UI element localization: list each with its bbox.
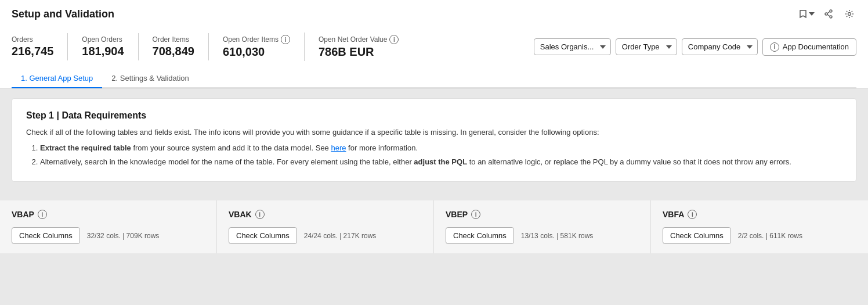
vbfa-info-icon[interactable]: i xyxy=(688,210,697,219)
tab-general-app-setup[interactable]: 1. General App Setup xyxy=(12,69,102,88)
table-name-vbak: VBAK xyxy=(229,210,252,219)
table-block-vbak: VBAK i Check Columns 24/24 cols. | 217K … xyxy=(217,200,434,253)
svg-line-4 xyxy=(827,15,830,16)
share-icon xyxy=(824,9,833,19)
metric-order-items-label: Order Items xyxy=(153,35,194,44)
chevron-down-icon xyxy=(809,12,815,16)
step-card: Step 1 | Data Requirements Check if all … xyxy=(12,98,856,182)
table-name-vbfa: VBFA xyxy=(663,210,684,219)
vbep-cols-info: 13/13 cols. | 581K rows xyxy=(521,232,594,240)
tables-section: VBAP i Check Columns 32/32 cols. | 709K … xyxy=(0,200,868,253)
company-code-filter[interactable]: Company Code xyxy=(682,38,758,55)
check-columns-vbep-button[interactable]: Check Columns xyxy=(446,227,514,244)
metric-orders: Orders 216,745 xyxy=(12,33,68,60)
metric-open-orders-value: 181,904 xyxy=(82,45,124,58)
table-name-row-vbak: VBAK i xyxy=(229,210,422,219)
share-button[interactable] xyxy=(822,7,836,21)
settings-button[interactable] xyxy=(842,7,856,21)
table-actions-vbak: Check Columns 24/24 cols. | 217K rows xyxy=(229,227,422,244)
table-name-row-vbap: VBAP i xyxy=(12,210,205,219)
step-description: Check if all of the following tables and… xyxy=(26,128,842,137)
vbfa-cols-info: 2/2 cols. | 611K rows xyxy=(738,232,802,240)
step-list: Extract the required table from your sou… xyxy=(26,142,842,167)
step-list-item-1: Extract the required table from your sou… xyxy=(40,142,842,154)
metric-orders-label: Orders xyxy=(12,35,53,44)
tab-settings-validation[interactable]: 2. Settings & Validation xyxy=(102,69,198,88)
vbap-cols-info: 32/32 cols. | 709K rows xyxy=(87,232,160,240)
metrics-row: Orders 216,745 Open Orders 181,904 Order… xyxy=(12,27,426,67)
svg-point-5 xyxy=(848,13,851,16)
metric-open-orders: Open Orders 181,904 xyxy=(82,33,138,60)
vbak-info-icon[interactable]: i xyxy=(255,210,265,219)
table-block-vbep: VBEP i Check Columns 13/13 cols. | 581K … xyxy=(434,200,651,253)
bookmark-button[interactable] xyxy=(798,9,815,19)
page-title: Setup and Validation xyxy=(12,8,114,20)
metric-open-order-items: Open Order Items i 610,030 xyxy=(223,33,305,61)
metric-order-items: Order Items 708,849 xyxy=(153,33,209,60)
gear-icon xyxy=(845,9,854,19)
header-top: Setup and Validation xyxy=(12,7,856,27)
step-list-item-2: Alternatively, search in the knowledge m… xyxy=(40,156,842,168)
table-name-vbep: VBEP xyxy=(446,210,468,219)
step-title: Step 1 | Data Requirements xyxy=(26,110,842,121)
table-name-vbap: VBAP xyxy=(12,210,34,219)
tabs-row: 1. General App Setup 2. Settings & Valid… xyxy=(12,69,856,88)
svg-point-2 xyxy=(825,13,827,15)
check-columns-vbfa-button[interactable]: Check Columns xyxy=(663,227,731,244)
vbak-cols-info: 24/24 cols. | 217K rows xyxy=(304,232,377,240)
metric-orders-value: 216,745 xyxy=(12,45,53,58)
order-type-filter[interactable]: Order Type xyxy=(616,38,677,55)
table-actions-vbfa: Check Columns 2/2 cols. | 611K rows xyxy=(663,227,856,244)
table-block-vbfa: VBFA i Check Columns 2/2 cols. | 611K ro… xyxy=(651,200,868,253)
open-order-items-info-icon[interactable]: i xyxy=(281,35,290,44)
svg-line-3 xyxy=(827,12,830,13)
app-header: Setup and Validation xyxy=(0,0,868,89)
check-columns-vbap-button[interactable]: Check Columns xyxy=(12,227,80,244)
main-content: Step 1 | Data Requirements Check if all … xyxy=(0,89,868,200)
table-name-row-vbep: VBEP i xyxy=(446,210,639,219)
metric-open-net-order-value-value: 786B EUR xyxy=(319,45,399,59)
table-actions-vbep: Check Columns 13/13 cols. | 581K rows xyxy=(446,227,639,244)
doc-info-icon: i xyxy=(770,42,779,52)
vbap-info-icon[interactable]: i xyxy=(38,210,47,219)
app-documentation-button[interactable]: i App Documentation xyxy=(762,38,856,56)
svg-point-0 xyxy=(830,10,832,12)
svg-point-1 xyxy=(830,16,832,18)
header-middle: Orders 216,745 Open Orders 181,904 Order… xyxy=(12,27,856,67)
header-actions xyxy=(798,7,856,21)
here-link[interactable]: here xyxy=(331,143,346,152)
check-columns-vbak-button[interactable]: Check Columns xyxy=(229,227,297,244)
open-net-order-info-icon[interactable]: i xyxy=(389,35,399,44)
metric-open-net-order-value: Open Net Order Value i 786B EUR xyxy=(319,33,413,61)
filters-area: Sales Organis... Order Type Company Code… xyxy=(534,38,856,56)
sales-org-filter[interactable]: Sales Organis... xyxy=(534,38,611,55)
table-block-vbap: VBAP i Check Columns 32/32 cols. | 709K … xyxy=(0,200,217,253)
metric-open-net-order-value-label: Open Net Order Value i xyxy=(319,35,399,44)
table-actions-vbap: Check Columns 32/32 cols. | 709K rows xyxy=(12,227,205,244)
vbep-info-icon[interactable]: i xyxy=(471,210,480,219)
metric-open-order-items-value: 610,030 xyxy=(223,45,290,59)
metric-open-orders-label: Open Orders xyxy=(82,35,124,44)
metric-open-order-items-label: Open Order Items i xyxy=(223,35,290,44)
metric-order-items-value: 708,849 xyxy=(153,45,194,58)
table-name-row-vbfa: VBFA i xyxy=(663,210,856,219)
bookmark-icon xyxy=(798,9,808,19)
